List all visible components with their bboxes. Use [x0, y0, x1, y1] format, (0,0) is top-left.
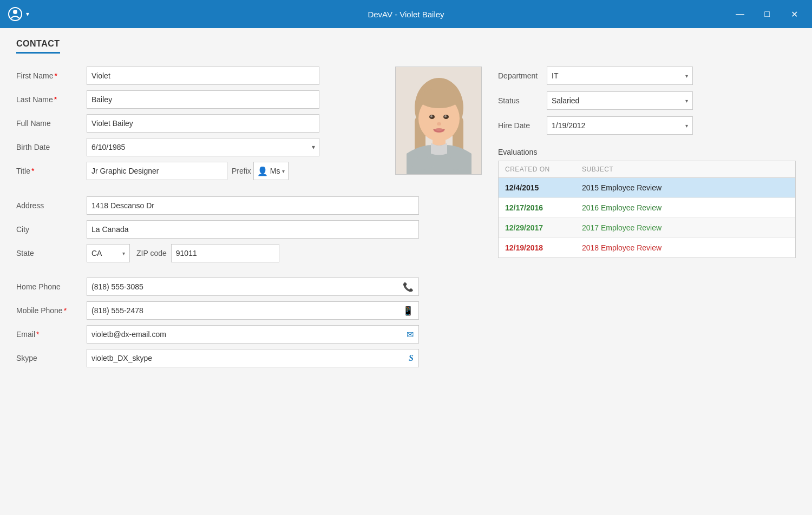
status-value: Salaried — [552, 96, 685, 105]
status-row: Status Salaried ▾ — [498, 91, 796, 110]
app-dropdown[interactable]: ▾ — [26, 10, 29, 18]
full-name-row: Full Name — [16, 114, 384, 133]
email-row: Email* ✉ — [16, 325, 482, 344]
department-dropdown-icon: ▾ — [685, 73, 688, 79]
top-section: First Name* Last Name* Full Name — [16, 67, 482, 186]
fields-column: First Name* Last Name* Full Name — [16, 67, 384, 186]
hire-date-row: Hire Date 1/19/2012 ▾ — [498, 116, 796, 135]
title-label: Title* — [16, 167, 87, 175]
status-label: Status — [498, 96, 547, 105]
eval-row-3[interactable]: 12/29/2017 2017 Employee Review — [499, 218, 795, 238]
home-phone-row: Home Phone 📞 — [16, 278, 482, 296]
contact-photo — [395, 67, 482, 175]
main-content: CONTACT First Name* Last — [0, 28, 812, 515]
state-label: State — [16, 249, 87, 258]
svg-point-13 — [437, 122, 441, 126]
eval-row-1[interactable]: 12/4/2015 2015 Employee Review — [499, 178, 795, 198]
department-row: Department IT ▾ — [498, 67, 796, 85]
close-button[interactable]: ✕ — [783, 5, 806, 23]
evaluations-table: CREATED ON SUBJECT 12/4/2015 2015 Employ… — [498, 161, 796, 258]
eval-row-4[interactable]: 12/19/2018 2018 Employee Review — [499, 238, 795, 258]
skype-icon: S — [409, 353, 414, 363]
title-input[interactable] — [87, 162, 227, 180]
hire-date-label: Hire Date — [498, 121, 547, 130]
department-label: Department — [498, 71, 547, 80]
svg-point-12 — [444, 115, 447, 117]
minimize-button[interactable]: — — [729, 5, 751, 23]
prefix-select[interactable]: 👤 Ms ▾ — [253, 162, 289, 180]
mobile-icon: 📱 — [403, 306, 414, 316]
state-zip-wrapper: CA ▾ ZIP code — [87, 244, 279, 262]
evaluations-title: Evaluations — [498, 148, 796, 156]
last-name-label: Last Name* — [16, 95, 87, 104]
svg-point-8 — [418, 89, 460, 108]
hire-date-select[interactable]: 1/19/2012 ▾ — [547, 116, 693, 135]
email-input[interactable] — [87, 325, 419, 344]
email-label: Email* — [16, 330, 87, 339]
email-icon: ✉ — [407, 329, 414, 340]
svg-point-11 — [430, 115, 433, 117]
spacer — [16, 268, 482, 278]
window-title: DevAV - Violet Bailey — [368, 10, 444, 19]
svg-point-16 — [443, 157, 467, 170]
address-input[interactable] — [87, 196, 419, 215]
home-phone-input[interactable] — [87, 278, 419, 296]
birth-date-row: Birth Date ▾ — [16, 138, 384, 156]
home-phone-label: Home Phone — [16, 282, 87, 291]
zip-label: ZIP code — [136, 249, 167, 258]
svg-point-15 — [411, 157, 435, 170]
section-title: CONTACT — [16, 39, 60, 54]
last-name-input[interactable] — [87, 90, 319, 109]
svg-point-14 — [434, 128, 444, 133]
city-input[interactable] — [87, 220, 419, 239]
mobile-phone-input[interactable] — [87, 301, 419, 320]
eval-subject-1: 2015 Employee Review — [575, 183, 789, 192]
evaluations-section: Evaluations CREATED ON SUBJECT 12/4/2015… — [498, 148, 796, 258]
state-select[interactable]: CA ▾ — [87, 244, 130, 262]
maximize-button[interactable]: □ — [756, 5, 778, 23]
state-zip-row: State CA ▾ ZIP code — [16, 244, 482, 262]
left-panel: First Name* Last Name* Full Name — [16, 67, 482, 373]
prefix-label: Prefix — [232, 167, 251, 175]
svg-point-1 — [13, 10, 17, 14]
skype-input[interactable] — [87, 349, 419, 367]
right-panel: Department IT ▾ Status Salaried ▾ Hire D… — [498, 67, 796, 373]
last-name-row: Last Name* — [16, 90, 384, 109]
app-logo[interactable] — [6, 5, 24, 23]
city-row: City — [16, 220, 482, 239]
status-select[interactable]: Salaried ▾ — [547, 91, 693, 110]
full-name-input[interactable] — [87, 114, 319, 133]
eval-subject-4: 2018 Employee Review — [575, 243, 789, 252]
first-name-input[interactable] — [87, 67, 319, 85]
prefix-dropdown-icon: ▾ — [282, 168, 285, 174]
eval-date-1: 12/4/2015 — [505, 183, 575, 192]
birth-date-label: Birth Date — [16, 143, 87, 151]
address-section: Address City State CA ▾ ZIP — [16, 196, 482, 262]
skype-wrapper: S — [87, 349, 419, 367]
home-phone-wrapper: 📞 — [87, 278, 419, 296]
address-label: Address — [16, 201, 87, 210]
eval-row-2[interactable]: 12/17/2016 2016 Employee Review — [499, 198, 795, 218]
person-icon: 👤 — [257, 166, 268, 176]
title-prefix-row: Prefix 👤 Ms ▾ — [87, 162, 289, 180]
phone-icon: 📞 — [403, 282, 414, 292]
skype-row: Skype S — [16, 349, 482, 367]
title-row: Title* Prefix 👤 Ms ▾ — [16, 162, 384, 180]
email-wrapper: ✉ — [87, 325, 419, 344]
full-name-label: Full Name — [16, 119, 87, 128]
status-dropdown-icon: ▾ — [685, 98, 688, 104]
birth-date-wrapper: ▾ — [87, 138, 319, 156]
state-dropdown-icon: ▾ — [122, 250, 125, 256]
zip-input[interactable] — [171, 244, 279, 262]
eval-subject-2: 2016 Employee Review — [575, 203, 789, 212]
window-controls: — □ ✕ — [729, 5, 806, 23]
eval-date-3: 12/29/2017 — [505, 223, 575, 232]
city-label: City — [16, 225, 87, 234]
address-row: Address — [16, 196, 482, 215]
titlebar: ▾ DevAV - Violet Bailey — □ ✕ — [0, 0, 812, 28]
department-select[interactable]: IT ▾ — [547, 67, 693, 85]
eval-date-4: 12/19/2018 — [505, 243, 575, 252]
eval-header-subject: SUBJECT — [575, 166, 789, 173]
birth-date-input[interactable] — [87, 138, 319, 156]
first-name-label: First Name* — [16, 71, 87, 80]
